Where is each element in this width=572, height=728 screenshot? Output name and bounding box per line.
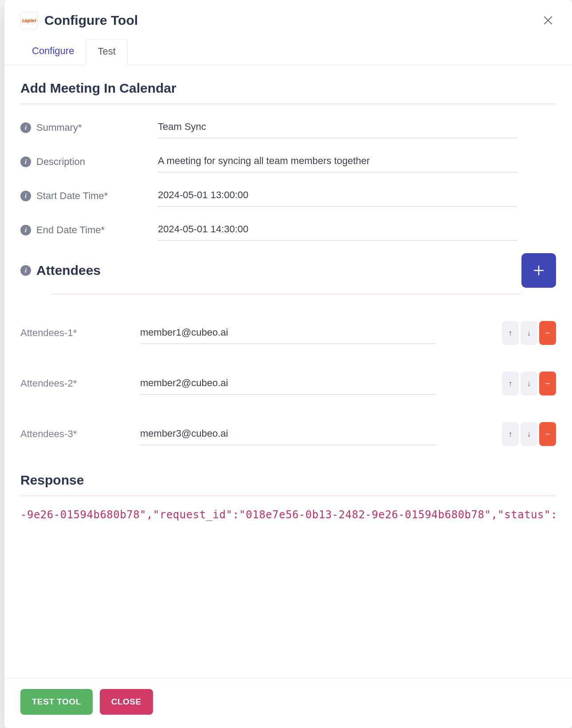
attendees-title-text: Attendees [36, 263, 101, 278]
move-down-button[interactable]: ↓ [521, 372, 537, 395]
field-start-label: i Start Date Time* [20, 190, 158, 202]
modal-body: Add Meeting In Calendar i Summary* i Des… [4, 65, 572, 678]
info-icon: i [20, 191, 31, 201]
remove-button[interactable]: − [539, 321, 556, 345]
move-down-button[interactable]: ↓ [521, 321, 537, 345]
attendee-row: Attendees-2* ↑ ↓ − [20, 372, 556, 395]
divider [20, 104, 556, 104]
field-start-datetime: i Start Date Time* [20, 185, 556, 207]
close-icon[interactable] [540, 12, 556, 28]
remove-button[interactable]: − [539, 422, 556, 446]
field-summary-label: i Summary* [20, 122, 158, 133]
remove-button[interactable]: − [539, 372, 556, 395]
attendee-input[interactable] [140, 373, 435, 395]
attendee-row: Attendees-3* ↑ ↓ − [20, 422, 556, 446]
minus-icon: − [545, 379, 550, 388]
info-icon: i [20, 225, 31, 235]
label-text: Description [36, 156, 85, 168]
arrow-up-icon: ↑ [509, 430, 513, 439]
attendee-input[interactable] [140, 322, 435, 344]
move-up-button[interactable]: ↑ [502, 422, 519, 446]
tabs: Configure Test [4, 29, 572, 65]
attendee-label: Attendees-2* [20, 378, 140, 389]
tab-configure[interactable]: Configure [20, 39, 86, 64]
end-datetime-input[interactable] [158, 219, 517, 241]
divider [20, 496, 556, 496]
divider [51, 294, 521, 294]
field-description: i Description [20, 151, 556, 172]
attendee-label: Attendees-1* [20, 327, 140, 339]
start-datetime-input[interactable] [158, 185, 517, 207]
test-tool-button[interactable]: TEST TOOL [20, 689, 93, 715]
arrow-up-icon: ↑ [509, 329, 513, 338]
info-icon: i [20, 122, 31, 133]
response-title: Response [20, 473, 556, 488]
modal-title: Configure Tool [44, 13, 138, 28]
attendee-input[interactable] [140, 423, 435, 445]
info-icon: i [20, 265, 31, 276]
attendee-controls: ↑ ↓ − [502, 422, 556, 446]
field-summary: i Summary* [20, 117, 556, 138]
tab-test[interactable]: Test [86, 39, 127, 65]
description-input[interactable] [158, 151, 517, 172]
field-end-datetime: i End Date Time* [20, 219, 556, 241]
move-down-button[interactable]: ↓ [521, 422, 537, 446]
modal-footer: TEST TOOL CLOSE [4, 678, 572, 728]
zapier-logo: zapier [20, 12, 38, 29]
attendee-controls: ↑ ↓ − [502, 372, 556, 395]
minus-icon: − [545, 329, 550, 338]
configure-tool-modal: zapier Configure Tool Configure Test Add… [4, 0, 572, 728]
attendee-row: Attendees-1* ↑ ↓ − [20, 321, 556, 345]
attendee-label: Attendees-3* [20, 428, 140, 440]
close-button[interactable]: CLOSE [100, 689, 153, 715]
arrow-down-icon: ↓ [527, 430, 531, 439]
arrow-up-icon: ↑ [509, 379, 513, 388]
response-body: -9e26-01594b680b78","request_id":"018e7e… [20, 505, 556, 534]
arrow-down-icon: ↓ [527, 329, 531, 338]
arrow-down-icon: ↓ [527, 379, 531, 388]
label-text: Summary* [36, 122, 82, 133]
summary-input[interactable] [158, 117, 517, 138]
add-attendee-button[interactable] [521, 253, 556, 288]
info-icon: i [20, 157, 31, 167]
label-text: End Date Time* [36, 224, 105, 236]
field-description-label: i Description [20, 156, 158, 168]
move-up-button[interactable]: ↑ [502, 372, 519, 395]
attendees-header: i Attendees [20, 253, 556, 288]
attendees-title: i Attendees [20, 263, 101, 278]
section-title: Add Meeting In Calendar [20, 81, 556, 96]
label-text: Start Date Time* [36, 190, 108, 202]
field-end-label: i End Date Time* [20, 224, 158, 236]
modal-header: zapier Configure Tool [4, 0, 572, 29]
minus-icon: − [545, 430, 550, 439]
attendee-controls: ↑ ↓ − [502, 321, 556, 345]
move-up-button[interactable]: ↑ [502, 321, 519, 345]
